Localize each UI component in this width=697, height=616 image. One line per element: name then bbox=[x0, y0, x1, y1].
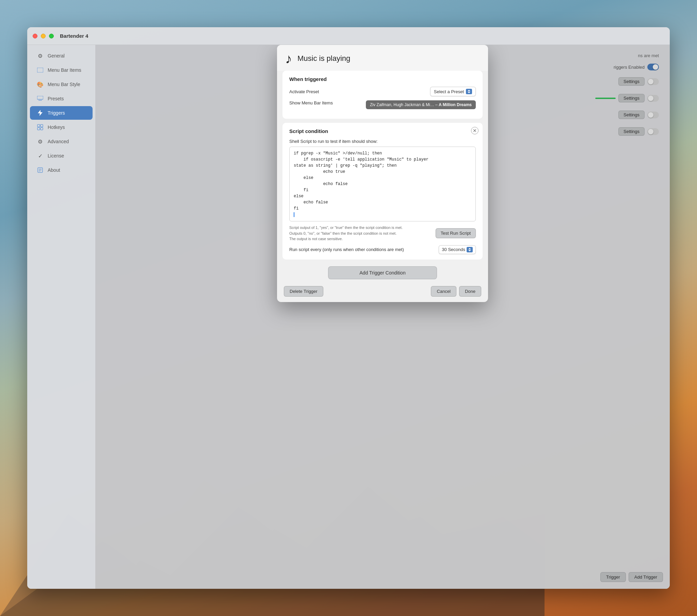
show-menu-bar-bold-text: A Million Dreams bbox=[439, 102, 472, 107]
activate-preset-label: Activate Preset bbox=[289, 89, 319, 94]
sidebar-item-label: Menu Bar Style bbox=[48, 81, 80, 87]
code-content: if pgrep -x "Music" >/dev/null; then if … bbox=[294, 151, 429, 211]
run-interval-text: 30 Seconds bbox=[442, 247, 465, 252]
show-menu-bar-value: Ziv Zaifman, Hugh Jackman & Mi… – A Mill… bbox=[366, 100, 476, 109]
presets-icon bbox=[37, 95, 44, 102]
sidebar-item-general[interactable]: ⚙ General bbox=[30, 49, 92, 63]
modal-title: Music is playing bbox=[297, 54, 480, 63]
sidebar-item-menu-bar-style[interactable]: 🎨 Menu Bar Style bbox=[30, 77, 92, 91]
cancel-button[interactable]: Cancel bbox=[431, 286, 456, 297]
code-editor[interactable]: if pgrep -x "Music" >/dev/null; then if … bbox=[289, 147, 476, 222]
sidebar-item-label: Advanced bbox=[48, 139, 69, 144]
app-window: Bartender 4 ⚙ General Menu Bar Items 🎨 M… bbox=[27, 27, 670, 589]
add-trigger-condition-button[interactable]: Add Trigger Condition bbox=[328, 266, 437, 279]
run-script-row: Run script every (only runs when other c… bbox=[289, 245, 476, 254]
when-triggered-section: When triggered Activate Preset Select a … bbox=[282, 71, 483, 119]
app-title: Bartender 4 bbox=[60, 33, 88, 39]
sidebar-item-label: Presets bbox=[48, 96, 64, 101]
hotkeys-icon bbox=[37, 124, 44, 131]
text-cursor bbox=[294, 212, 294, 217]
dropdown-arrow-icon bbox=[466, 89, 472, 94]
gear-icon: ⚙ bbox=[37, 52, 44, 59]
sidebar-item-presets[interactable]: Presets bbox=[30, 92, 92, 105]
show-menu-bar-row: Show Menu Bar Items Ziv Zaifman, Hugh Ja… bbox=[289, 100, 476, 109]
music-icon: ♪ bbox=[285, 52, 292, 65]
svg-marker-15 bbox=[468, 92, 470, 93]
modal-footer: Delete Trigger Cancel Done bbox=[277, 282, 488, 302]
script-info-text: Script output of 1, "yes", or "true" the… bbox=[289, 225, 430, 242]
modal-overlay: ♪ Music is playing When triggered Activa… bbox=[95, 45, 670, 589]
sidebar-item-label: About bbox=[48, 167, 60, 173]
minimize-button[interactable] bbox=[41, 34, 46, 39]
sidebar-item-label: Hotkeys bbox=[48, 124, 65, 130]
svg-marker-16 bbox=[468, 248, 471, 249]
select-preset-button[interactable]: Select a Preset bbox=[430, 87, 476, 96]
title-bar: Bartender 4 bbox=[27, 27, 670, 45]
lightning-icon bbox=[37, 109, 44, 116]
add-trigger-row: Add Trigger Condition bbox=[277, 264, 488, 282]
maximize-button[interactable] bbox=[49, 34, 54, 39]
sidebar-item-about[interactable]: About bbox=[30, 163, 92, 177]
script-condition-section: ✕ Script condition Shell Script to run t… bbox=[282, 123, 483, 259]
svg-rect-3 bbox=[37, 96, 43, 99]
menubar-icon bbox=[37, 67, 44, 74]
done-button[interactable]: Done bbox=[459, 286, 481, 297]
footer-right-buttons: Cancel Done bbox=[431, 286, 481, 297]
svg-rect-9 bbox=[41, 127, 43, 130]
svg-rect-2 bbox=[37, 68, 43, 73]
script-condition-title: Script condition bbox=[289, 128, 476, 134]
sidebar-item-triggers[interactable]: Triggers bbox=[30, 106, 92, 120]
run-interval-select[interactable]: 30 Seconds bbox=[439, 245, 476, 254]
delete-trigger-button[interactable]: Delete Trigger bbox=[284, 286, 323, 297]
svg-marker-14 bbox=[468, 90, 470, 91]
sidebar-item-label: License bbox=[48, 153, 64, 159]
sidebar-item-menu-bar-items[interactable]: Menu Bar Items bbox=[30, 63, 92, 77]
about-icon bbox=[37, 167, 44, 174]
license-icon: ✓ bbox=[37, 152, 44, 159]
svg-rect-8 bbox=[38, 127, 40, 130]
close-script-condition-button[interactable]: ✕ bbox=[471, 127, 478, 134]
right-panel: ns are met riggers Enabled Settings Sett… bbox=[95, 45, 670, 589]
modal-header: ♪ Music is playing bbox=[277, 45, 488, 71]
run-script-label: Run script every (only runs when other c… bbox=[289, 247, 404, 252]
modal-dialog: ♪ Music is playing When triggered Activa… bbox=[277, 45, 488, 302]
shell-script-label: Shell Script to run to test if item shou… bbox=[289, 139, 476, 144]
sidebar-item-label: Triggers bbox=[48, 110, 65, 116]
close-button[interactable] bbox=[33, 34, 38, 39]
sidebar-item-label: Menu Bar Items bbox=[48, 67, 81, 73]
svg-marker-17 bbox=[468, 250, 471, 251]
when-triggered-title: When triggered bbox=[289, 76, 476, 82]
sidebar: ⚙ General Menu Bar Items 🎨 Menu Bar Styl… bbox=[27, 45, 95, 589]
show-menu-bar-text: Ziv Zaifman, Hugh Jackman & Mi… – bbox=[370, 102, 438, 107]
sidebar-item-label: General bbox=[48, 53, 65, 59]
show-menu-bar-label: Show Menu Bar Items bbox=[289, 100, 333, 105]
sidebar-item-advanced[interactable]: ⚙ Advanced bbox=[30, 135, 92, 148]
interval-dropdown-icon bbox=[466, 247, 473, 252]
main-content: ⚙ General Menu Bar Items 🎨 Menu Bar Styl… bbox=[27, 45, 670, 589]
svg-rect-7 bbox=[41, 124, 43, 127]
advanced-icon: ⚙ bbox=[37, 138, 44, 145]
palette-icon: 🎨 bbox=[37, 81, 44, 88]
activate-preset-row: Activate Preset Select a Preset bbox=[289, 87, 476, 96]
sidebar-item-hotkeys[interactable]: Hotkeys bbox=[30, 120, 92, 134]
script-info-row: Script output of 1, "yes", or "true" the… bbox=[289, 225, 476, 242]
sidebar-item-license[interactable]: ✓ License bbox=[30, 149, 92, 163]
svg-rect-6 bbox=[38, 124, 40, 127]
select-preset-text: Select a Preset bbox=[434, 89, 464, 94]
svg-marker-5 bbox=[38, 110, 43, 116]
test-run-script-button[interactable]: Test Run Script bbox=[436, 228, 476, 238]
